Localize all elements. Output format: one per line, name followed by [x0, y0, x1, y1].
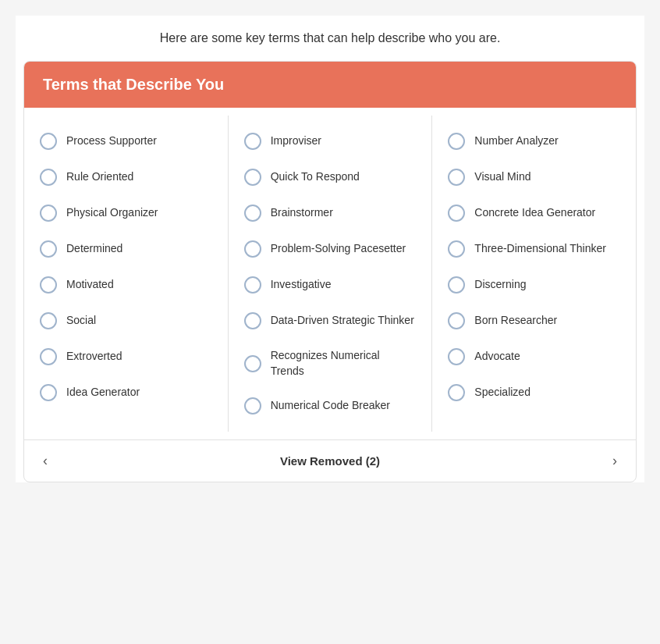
radio-circle[interactable] — [244, 205, 261, 222]
term-label: Advocate — [474, 349, 520, 365]
term-item[interactable]: Improviser — [229, 123, 432, 159]
term-label: Specialized — [474, 385, 530, 400]
term-label: Idea Generator — [66, 385, 140, 400]
radio-circle[interactable] — [40, 276, 57, 294]
radio-circle[interactable] — [448, 169, 465, 186]
term-label: Discerning — [474, 277, 526, 293]
card-header-title: Terms that Describe You — [43, 76, 224, 93]
term-label: Numerical Code Breaker — [271, 398, 390, 414]
term-label: Three-Dimensional Thinker — [474, 241, 606, 257]
radio-circle[interactable] — [40, 205, 57, 222]
subtitle: Here are some key terms that can help de… — [16, 31, 644, 45]
term-label: Born Researcher — [474, 313, 557, 329]
term-item[interactable]: Data-Driven Strategic Thinker — [229, 303, 432, 339]
radio-circle[interactable] — [40, 133, 57, 150]
term-item[interactable]: Determined — [24, 231, 228, 267]
radio-circle[interactable] — [40, 348, 57, 365]
view-removed-button[interactable]: View Removed (2) — [280, 454, 380, 468]
column-1: Process SupporterRule OrientedPhysical O… — [24, 116, 229, 432]
term-label: Determined — [66, 241, 122, 257]
radio-circle[interactable] — [244, 133, 261, 150]
term-label: Extroverted — [66, 349, 122, 365]
term-label: Improviser — [271, 133, 321, 149]
radio-circle[interactable] — [40, 384, 57, 401]
radio-circle[interactable] — [244, 355, 261, 372]
term-label: Recognizes Numerical Trends — [271, 348, 417, 379]
radio-circle[interactable] — [448, 240, 465, 258]
radio-circle[interactable] — [448, 205, 465, 222]
chevron-right-icon[interactable]: › — [612, 453, 617, 469]
card-header: Terms that Describe You — [24, 62, 636, 108]
term-item[interactable]: Brainstormer — [229, 195, 432, 231]
term-item[interactable]: Problem-Solving Pacesetter — [229, 231, 432, 267]
term-item[interactable]: Visual Mind — [432, 159, 636, 195]
radio-circle[interactable] — [448, 348, 465, 365]
term-item[interactable]: Extroverted — [24, 339, 228, 375]
radio-circle[interactable] — [40, 169, 57, 186]
radio-circle[interactable] — [244, 240, 261, 258]
column-3: Number AnalyzerVisual MindConcrete Idea … — [432, 116, 636, 432]
term-label: Concrete Idea Generator — [474, 205, 595, 221]
term-item[interactable]: Investigative — [229, 267, 432, 303]
term-item[interactable]: Idea Generator — [24, 375, 228, 411]
term-label: Data-Driven Strategic Thinker — [271, 313, 414, 329]
radio-circle[interactable] — [244, 312, 261, 329]
term-item[interactable]: Concrete Idea Generator — [432, 195, 636, 231]
term-label: Social — [66, 313, 96, 329]
term-label: Quick To Respond — [271, 169, 360, 185]
term-item[interactable]: Process Supporter — [24, 123, 228, 159]
term-item[interactable]: Numerical Code Breaker — [229, 388, 432, 424]
term-label: Investigative — [271, 277, 332, 293]
column-2: ImproviserQuick To RespondBrainstormerPr… — [229, 116, 433, 432]
term-item[interactable]: Three-Dimensional Thinker — [432, 231, 636, 267]
term-item[interactable]: Specialized — [432, 375, 636, 411]
term-label: Number Analyzer — [474, 133, 558, 149]
radio-circle[interactable] — [244, 397, 261, 415]
term-item[interactable]: Born Researcher — [432, 303, 636, 339]
terms-card: Terms that Describe You Process Supporte… — [23, 61, 637, 482]
radio-circle[interactable] — [244, 169, 261, 186]
radio-circle[interactable] — [448, 384, 465, 401]
term-label: Problem-Solving Pacesetter — [271, 241, 406, 257]
term-label: Physical Organizer — [66, 205, 158, 221]
card-body: Process SupporterRule OrientedPhysical O… — [24, 108, 636, 439]
term-item[interactable]: Physical Organizer — [24, 195, 228, 231]
term-label: Process Supporter — [66, 133, 157, 149]
chevron-left-icon[interactable]: ‹ — [43, 453, 48, 469]
term-item[interactable]: Recognizes Numerical Trends — [229, 339, 432, 388]
term-item[interactable]: Social — [24, 303, 228, 339]
term-label: Rule Oriented — [66, 169, 133, 185]
term-label: Brainstormer — [271, 205, 333, 221]
term-item[interactable]: Discerning — [432, 267, 636, 303]
term-label: Motivated — [66, 277, 114, 293]
radio-circle[interactable] — [448, 276, 465, 294]
radio-circle[interactable] — [40, 240, 57, 258]
term-item[interactable]: Advocate — [432, 339, 636, 375]
term-item[interactable]: Motivated — [24, 267, 228, 303]
page-wrapper: Here are some key terms that can help de… — [16, 16, 644, 482]
term-label: Visual Mind — [474, 169, 530, 185]
radio-circle[interactable] — [448, 133, 465, 150]
term-item[interactable]: Rule Oriented — [24, 159, 228, 195]
card-footer: ‹ View Removed (2) › — [24, 439, 636, 482]
radio-circle[interactable] — [448, 312, 465, 329]
term-item[interactable]: Number Analyzer — [432, 123, 636, 159]
term-item[interactable]: Quick To Respond — [229, 159, 432, 195]
columns-container: Process SupporterRule OrientedPhysical O… — [24, 116, 636, 432]
radio-circle[interactable] — [40, 312, 57, 329]
radio-circle[interactable] — [244, 276, 261, 294]
